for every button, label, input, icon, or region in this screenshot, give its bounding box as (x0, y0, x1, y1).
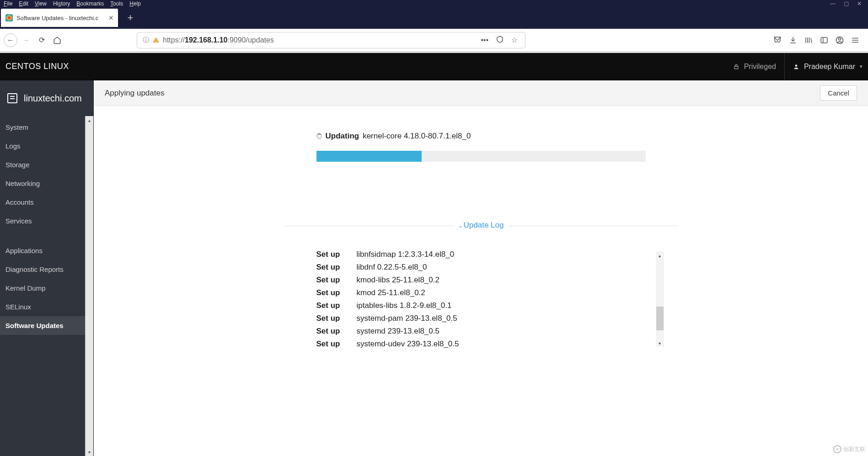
log-row: Set upsystemd 239-13.el8_0.5 (316, 325, 646, 338)
url-text: https://192.168.1.10:9090/updates (163, 36, 274, 44)
sidebar-item-accounts[interactable]: Accounts (0, 193, 93, 212)
menu-file[interactable]: File (4, 0, 12, 7)
svg-point-2 (839, 38, 841, 40)
sidebar-nav: SystemLogsStorageNetworkingAccountsServi… (0, 116, 93, 335)
back-button[interactable]: ← (4, 33, 17, 47)
log-row: Set upkmod 25-11.el8_0.2 (316, 286, 646, 299)
svg-rect-3 (734, 66, 738, 69)
log-row: Set upiptables-libs 1.8.2-9.el8_0.1 (316, 299, 646, 312)
tab-close-icon[interactable]: × (108, 13, 113, 23)
security-warning-icon[interactable] (153, 37, 159, 43)
log-row: Set upkmod-libs 25-11.el8_0.2 (316, 274, 646, 286)
host-selector[interactable]: linuxtechi.com (0, 80, 93, 116)
content-area: Updating kernel-core 4.18.0-80.7.1.el8_0… (94, 106, 868, 456)
log-package: libnfsidmap 1:2.3.3-14.el8_0 (357, 248, 455, 261)
save-to-pocket-icon[interactable] (771, 34, 784, 47)
svg-rect-0 (821, 37, 827, 43)
sidebar-item-kernel-dump[interactable]: Kernel Dump (0, 279, 93, 297)
browser-tabbar: Software Updates - linuxtechi.c × + (0, 7, 868, 29)
sidebar-item-services[interactable]: Services (0, 212, 93, 230)
chevron-down-icon: ⌄ (458, 223, 463, 229)
menubar-left: File Edit View History Bookmarks Tools H… (4, 0, 141, 7)
log-action: Set up (316, 338, 344, 350)
watermark-icon: ✕ (833, 445, 841, 453)
progress-fill (316, 151, 422, 162)
menu-view[interactable]: View (35, 0, 47, 7)
menu-help[interactable]: Help (129, 0, 141, 7)
log-action: Set up (316, 274, 344, 286)
log-scrollbar[interactable]: ▴ ▾ (656, 252, 664, 347)
brand-text: CENTOS LINUX (5, 62, 69, 71)
sidebar-item-system[interactable]: System (0, 118, 93, 137)
toolbar-right (771, 34, 864, 47)
menu-tools[interactable]: Tools (110, 0, 123, 7)
log-package: kmod-libs 25-11.el8_0.2 (357, 274, 439, 286)
tab-title: Software Updates - linuxtechi.c (16, 15, 105, 21)
update-log: Set uplibnfsidmap 1:2.3.3-14.el8_0Set up… (316, 248, 646, 350)
page-header: Applying updates Cancel (94, 80, 868, 106)
reader-mode-icon[interactable] (494, 35, 506, 45)
log-row: Set upsystemd-udev 239-13.el8_0.5 (316, 338, 646, 350)
home-button[interactable] (50, 33, 64, 47)
url-bar[interactable]: ⓘ https://192.168.1.10:9090/updates ••• … (137, 32, 525, 48)
log-action: Set up (316, 312, 344, 325)
log-action: Set up (316, 248, 344, 261)
scroll-thumb[interactable] (656, 307, 664, 330)
maximize-button[interactable]: ▢ (844, 0, 849, 7)
sidebar-scrollbar[interactable]: ▴ ▾ (85, 116, 93, 456)
browser-navbar: ← → ⟳ ⓘ https://192.168.1.10:9090/update… (0, 29, 868, 52)
sidebar-icon[interactable] (818, 34, 830, 47)
main-content: Applying updates Cancel Updating kernel-… (94, 80, 868, 456)
log-package: libdnf 0.22.5-5.el8_0 (357, 261, 427, 274)
account-icon[interactable] (833, 34, 846, 47)
log-row: Set uplibnfsidmap 1:2.3.3-14.el8_0 (316, 248, 646, 261)
sidebar-item-software-updates[interactable]: Software Updates (0, 316, 93, 335)
downloads-icon[interactable] (787, 34, 799, 47)
log-package: kmod 25-11.el8_0.2 (357, 286, 425, 299)
privileged-label: Privileged (733, 53, 785, 80)
cancel-button[interactable]: Cancel (820, 85, 857, 101)
sidebar-item-applications[interactable]: Applications (0, 241, 93, 260)
hamburger-menu-icon[interactable] (849, 34, 862, 47)
forward-button[interactable]: → (19, 33, 33, 47)
log-action: Set up (316, 286, 344, 299)
site-info-icon[interactable]: ⓘ (143, 36, 149, 44)
update-package: kernel-core 4.18.0-80.7.1.el8_0 (363, 132, 471, 141)
svg-point-4 (795, 64, 798, 67)
close-window-button[interactable]: ✕ (857, 0, 862, 7)
log-row: Set uplibdnf 0.22.5-5.el8_0 (316, 261, 646, 274)
sidebar-item-networking[interactable]: Networking (0, 174, 93, 193)
log-package: systemd 239-13.el8_0.5 (357, 325, 439, 338)
scroll-down-arrow-icon[interactable]: ▾ (86, 448, 93, 456)
sidebar-item-selinux[interactable]: SELinux (0, 297, 93, 316)
update-status: Updating kernel-core 4.18.0-80.7.1.el8_0 (316, 132, 646, 141)
browser-menubar: File Edit View History Bookmarks Tools H… (0, 0, 868, 7)
sidebar-item-diagnostic-reports[interactable]: Diagnostic Reports (0, 260, 93, 279)
update-block: Updating kernel-core 4.18.0-80.7.1.el8_0 (316, 132, 646, 162)
menu-edit[interactable]: Edit (19, 0, 28, 7)
bookmark-star-icon[interactable]: ☆ (509, 36, 520, 44)
scroll-down-arrow-icon[interactable]: ▾ (656, 339, 664, 347)
sidebar-item-logs[interactable]: Logs (0, 137, 93, 155)
spinner-icon (316, 133, 322, 139)
log-row: Set upsystemd-pam 239-13.el8_0.5 (316, 312, 646, 325)
scroll-up-arrow-icon[interactable]: ▴ (86, 116, 93, 124)
reload-button[interactable]: ⟳ (35, 33, 48, 47)
sidebar-item-storage[interactable]: Storage (0, 155, 93, 174)
menu-bookmarks[interactable]: Bookmarks (76, 0, 104, 7)
watermark: ✕ 创新互联 (833, 445, 865, 453)
page-actions-icon[interactable]: ••• (479, 36, 490, 44)
scroll-up-arrow-icon[interactable]: ▴ (656, 252, 664, 259)
user-name: Pradeep Kumar (804, 63, 855, 71)
new-tab-button[interactable]: + (123, 10, 138, 26)
log-action: Set up (316, 261, 344, 274)
page-title: Applying updates (105, 89, 164, 98)
tab-favicon (5, 14, 13, 21)
update-log-toggle[interactable]: ⌄Update Log (284, 226, 678, 235)
library-icon[interactable] (802, 34, 815, 47)
user-menu[interactable]: Pradeep Kumar ▾ (785, 63, 863, 71)
minimize-button[interactable]: — (830, 0, 836, 7)
log-action: Set up (316, 325, 344, 338)
browser-tab[interactable]: Software Updates - linuxtechi.c × (1, 9, 118, 27)
menu-history[interactable]: History (53, 0, 70, 7)
